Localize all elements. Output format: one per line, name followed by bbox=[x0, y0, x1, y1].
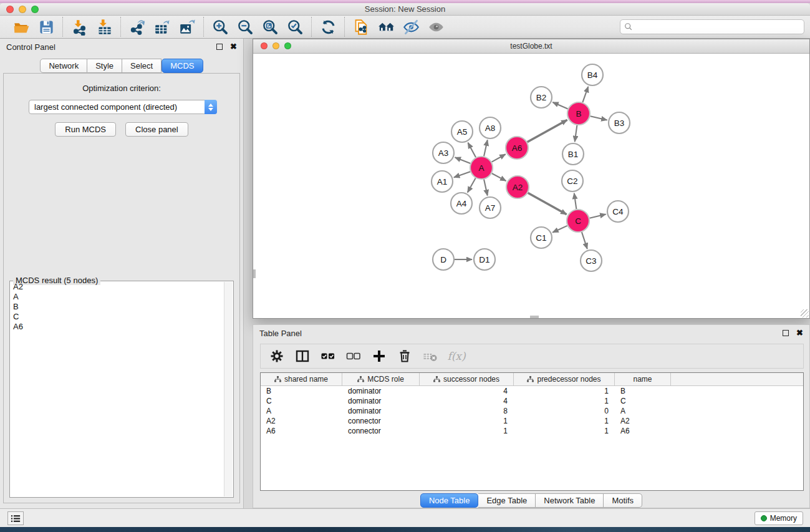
close-table-panel-icon[interactable]: ✖ bbox=[796, 330, 803, 336]
vertical-scroll-nub[interactable] bbox=[253, 269, 256, 278]
first-neighbors-button[interactable] bbox=[375, 17, 397, 36]
zoom-fit-button[interactable] bbox=[259, 17, 281, 36]
graph-edge-A-A2[interactable] bbox=[492, 173, 506, 181]
tab-style[interactable]: Style bbox=[87, 59, 122, 73]
table-row[interactable]: A2connector11A2 bbox=[261, 416, 803, 426]
column-header-successor-nodes[interactable]: successor nodes bbox=[420, 373, 514, 385]
mcds-result-scrollbar[interactable] bbox=[224, 282, 233, 496]
graph-edge-B-B3[interactable] bbox=[591, 116, 607, 120]
graph-edge-B-B2[interactable] bbox=[552, 102, 567, 109]
graph-edge-C-C3[interactable] bbox=[582, 232, 587, 249]
graph-edge-B-B4[interactable] bbox=[582, 87, 588, 102]
table-tab-node-table[interactable]: Node Table bbox=[420, 493, 479, 508]
graph-edge-A-A7[interactable] bbox=[484, 180, 488, 196]
graph-edge-A-A3[interactable] bbox=[455, 157, 471, 163]
graph-edge-C-C4[interactable] bbox=[589, 215, 605, 218]
float-panel-icon[interactable] bbox=[216, 44, 223, 50]
table-row[interactable]: A6connector11A6 bbox=[261, 426, 803, 436]
mcds-result-item[interactable]: A2 bbox=[11, 282, 224, 292]
table-row[interactable]: Adominator80A bbox=[261, 406, 803, 416]
tab-select[interactable]: Select bbox=[122, 59, 162, 73]
mcds-result-item[interactable]: C bbox=[11, 312, 224, 322]
close-panel-button[interactable]: Close panel bbox=[125, 122, 188, 137]
hide-selected-button[interactable] bbox=[400, 17, 422, 36]
graph-edge-A-A8[interactable] bbox=[484, 140, 488, 157]
memory-button[interactable]: Memory bbox=[755, 511, 803, 525]
table-cell: 1 bbox=[514, 416, 615, 426]
float-table-panel-icon[interactable] bbox=[783, 330, 789, 336]
graph-edge-A-A5[interactable] bbox=[468, 143, 476, 158]
table-cell: 4 bbox=[420, 396, 514, 406]
function-builder-button[interactable]: f(x) bbox=[447, 347, 465, 365]
open-session-button[interactable] bbox=[11, 17, 32, 36]
import-table-button[interactable] bbox=[94, 17, 115, 36]
tab-network[interactable]: Network bbox=[40, 59, 87, 73]
resize-grip-icon[interactable] bbox=[801, 309, 809, 317]
task-history-button[interactable] bbox=[7, 511, 24, 525]
network-canvas[interactable]: B4B2BB3A5A8A6B1A3AC2A1A2A4A7C4CC1C3DD1 bbox=[253, 54, 809, 318]
graph-edge-A2-C[interactable] bbox=[528, 193, 567, 215]
tab-mcds[interactable]: MCDS bbox=[162, 59, 203, 73]
table-cell: 1 bbox=[514, 426, 615, 436]
column-header-predecessor-nodes[interactable]: predecessor nodes bbox=[514, 373, 615, 385]
table-tab-network-table[interactable]: Network Table bbox=[536, 493, 604, 508]
import-network-button[interactable] bbox=[69, 17, 90, 36]
export-network-button[interactable] bbox=[127, 17, 148, 36]
show-all-button[interactable] bbox=[425, 17, 446, 36]
zoom-out-button[interactable] bbox=[234, 17, 256, 36]
select-all-checkboxes-button[interactable] bbox=[319, 347, 337, 365]
horizontal-scroll-nub[interactable] bbox=[530, 316, 539, 318]
search-input[interactable] bbox=[633, 21, 804, 33]
mcds-pane: Optimization criterion: largest connecte… bbox=[3, 73, 240, 503]
table-tab-motifs[interactable]: Motifs bbox=[604, 493, 642, 508]
zoom-selected-icon bbox=[287, 19, 304, 36]
select-stepper-icon[interactable] bbox=[205, 100, 217, 114]
run-mcds-button[interactable]: Run MCDS bbox=[55, 122, 116, 137]
unchecked-boxes-icon bbox=[346, 349, 361, 364]
graph-edge-C-C2[interactable] bbox=[574, 193, 577, 209]
table-cell: 4 bbox=[420, 386, 514, 396]
delete-column-button[interactable] bbox=[422, 347, 439, 365]
graph-edge-C-C1[interactable] bbox=[552, 226, 567, 233]
table-cell: 8 bbox=[420, 406, 514, 416]
table-cell: B bbox=[261, 386, 342, 396]
graph-edge-A-A4[interactable] bbox=[468, 178, 476, 193]
delete-entry-button[interactable] bbox=[396, 347, 413, 365]
search-field[interactable] bbox=[620, 19, 804, 34]
column-header-mcds-role[interactable]: MCDS role bbox=[342, 373, 420, 385]
graph-node-label-C1: C1 bbox=[536, 233, 546, 243]
export-table-button[interactable] bbox=[152, 17, 173, 36]
table-tab-edge-table[interactable]: Edge Table bbox=[478, 493, 536, 508]
column-header-shared-name[interactable]: shared name bbox=[261, 373, 342, 385]
optimization-criterion-select[interactable]: largest connected component (directed) bbox=[29, 100, 217, 114]
zoom-selected-button[interactable] bbox=[284, 17, 306, 36]
table-row[interactable]: Cdominator41C bbox=[261, 396, 803, 406]
mcds-result-item[interactable]: A bbox=[11, 292, 224, 302]
network-window-titlebar[interactable]: testGlobe.txt bbox=[253, 39, 809, 54]
deselect-all-checkboxes-button[interactable] bbox=[345, 347, 362, 365]
mcds-result-item[interactable]: A6 bbox=[11, 322, 224, 332]
table-cell: A bbox=[261, 406, 342, 416]
graph-edge-A-A6[interactable] bbox=[492, 154, 506, 162]
eye-slash-icon bbox=[403, 19, 420, 36]
graph-edge-B-B1[interactable] bbox=[575, 125, 577, 142]
new-network-from-file-button[interactable] bbox=[350, 17, 372, 36]
split-columns-button[interactable] bbox=[294, 347, 311, 365]
graph-edge-A-A1[interactable] bbox=[454, 172, 470, 177]
column-header-label: name bbox=[633, 375, 652, 384]
save-session-button[interactable] bbox=[36, 17, 57, 36]
column-header-name[interactable]: name bbox=[615, 373, 671, 385]
mcds-result-item[interactable]: B bbox=[11, 302, 224, 312]
add-entry-button[interactable] bbox=[370, 347, 388, 365]
zoom-in-button[interactable] bbox=[210, 17, 231, 36]
export-image-icon bbox=[179, 19, 196, 36]
table-row[interactable]: Bdominator41B bbox=[261, 386, 803, 396]
graph-node-label-A5: A5 bbox=[457, 127, 468, 137]
mcds-result-list[interactable]: A2ABCA6 bbox=[11, 282, 224, 496]
table-cell: dominator bbox=[342, 396, 420, 406]
export-image-button[interactable] bbox=[176, 17, 198, 36]
refresh-view-button[interactable] bbox=[317, 17, 339, 36]
table-settings-button[interactable] bbox=[268, 347, 286, 365]
graph-edge-A6-B[interactable] bbox=[528, 120, 567, 142]
close-panel-icon[interactable]: ✖ bbox=[230, 44, 237, 50]
